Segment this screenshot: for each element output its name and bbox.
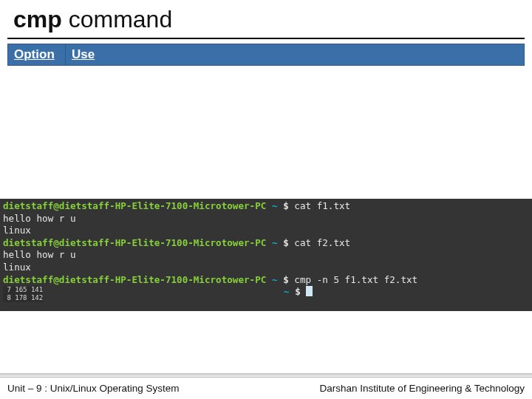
prompt-dollar: $ bbox=[283, 200, 289, 211]
prompt-dollar: $ bbox=[283, 274, 289, 285]
prompt-tilde: ~ bbox=[272, 237, 278, 248]
terminal-command-text: cmp -n 5 f1.txt f2.txt bbox=[294, 274, 417, 285]
footer-left: Unit – 9 : Unix/Linux Operating System bbox=[7, 383, 180, 394]
terminal-command-text: cat f2.txt bbox=[294, 237, 350, 248]
terminal-output-line: linux bbox=[3, 225, 529, 237]
title-bold: cmp bbox=[13, 6, 62, 33]
terminal-output-line: hello how r u bbox=[3, 213, 529, 225]
terminal-output-line: hello how r u bbox=[3, 249, 529, 262]
th-option: Option bbox=[8, 44, 66, 66]
footer-right: Darshan Institute of Engineering & Techn… bbox=[320, 383, 525, 394]
terminal: dietstaff@dietstaff-HP-Elite-7100-Microt… bbox=[0, 199, 532, 311]
prompt-user: dietstaff@dietstaff-HP-Elite-7100-Microt… bbox=[3, 274, 266, 285]
title-underline bbox=[7, 38, 525, 39]
options-table: Option Use bbox=[7, 44, 525, 66]
cursor-icon bbox=[306, 286, 313, 296]
terminal-command-text: cat f1.txt bbox=[294, 200, 350, 211]
terminal-output-line: linux bbox=[3, 262, 529, 274]
table-header-row: Option Use bbox=[8, 44, 525, 66]
terminal-next-prompt: ~ $ bbox=[284, 286, 313, 299]
title-rest: command bbox=[62, 6, 172, 33]
slide: cmp command Option Use dietstaff@dietsta… bbox=[0, 0, 532, 399]
prompt-dollar: $ bbox=[283, 237, 289, 248]
body-space bbox=[0, 66, 532, 199]
prompt-tilde: ~ bbox=[272, 274, 278, 285]
prompt-user: dietstaff@dietstaff-HP-Elite-7100-Microt… bbox=[3, 200, 266, 211]
terminal-command-line: dietstaff@dietstaff-HP-Elite-7100-Microt… bbox=[3, 200, 529, 213]
prompt-tilde: ~ bbox=[272, 200, 278, 211]
terminal-command-line: dietstaff@dietstaff-HP-Elite-7100-Microt… bbox=[3, 274, 529, 287]
terminal-overlay-row: 7 165 141 8 178 142~ $ bbox=[3, 286, 529, 310]
prompt-user: dietstaff@dietstaff-HP-Elite-7100-Microt… bbox=[3, 237, 266, 248]
th-use: Use bbox=[66, 44, 525, 66]
footer: Unit – 9 : Unix/Linux Operating System D… bbox=[0, 377, 532, 399]
terminal-command-line: dietstaff@dietstaff-HP-Elite-7100-Microt… bbox=[3, 237, 529, 250]
terminal-output-numbers: 7 165 141 8 178 142 bbox=[3, 286, 43, 302]
slide-title: cmp command bbox=[0, 0, 532, 36]
